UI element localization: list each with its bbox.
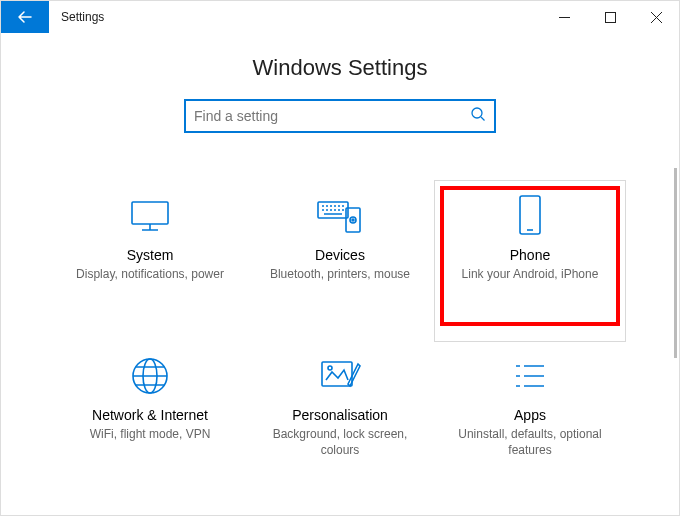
tile-title: Personalisation xyxy=(255,407,425,423)
devices-icon xyxy=(255,193,425,239)
svg-rect-0 xyxy=(605,12,615,22)
tile-personalisation[interactable]: Personalisation Background, lock screen,… xyxy=(245,341,435,501)
tile-system[interactable]: System Display, notifications, power xyxy=(55,181,245,341)
svg-rect-2 xyxy=(132,202,168,224)
minimize-icon xyxy=(559,12,570,23)
settings-grid: System Display, notifications, power Dev… xyxy=(1,181,679,501)
minimize-button[interactable] xyxy=(541,1,587,33)
window-controls xyxy=(541,1,679,33)
search-input[interactable] xyxy=(194,108,470,124)
search-icon xyxy=(470,106,486,126)
search-box[interactable] xyxy=(184,99,496,133)
apps-icon xyxy=(445,353,615,399)
back-arrow-icon xyxy=(16,8,34,26)
tile-desc: Background, lock screen, colours xyxy=(255,426,425,458)
tile-apps[interactable]: Apps Uninstall, defaults, optional featu… xyxy=(435,341,625,501)
tile-desc: Uninstall, defaults, optional features xyxy=(445,426,615,458)
tile-title: Network & Internet xyxy=(65,407,235,423)
scrollbar[interactable] xyxy=(674,168,677,358)
tile-desc: Bluetooth, printers, mouse xyxy=(255,266,425,282)
page-heading: Windows Settings xyxy=(1,55,679,81)
tile-desc: Link your Android, iPhone xyxy=(445,266,615,282)
svg-rect-7 xyxy=(520,196,540,234)
svg-rect-10 xyxy=(322,362,352,386)
titlebar: Settings xyxy=(1,1,679,33)
tile-desc: Display, notifications, power xyxy=(65,266,235,282)
tile-title: System xyxy=(65,247,235,263)
svg-point-5 xyxy=(350,217,356,223)
window-title: Settings xyxy=(49,1,104,33)
phone-icon xyxy=(445,193,615,239)
system-icon xyxy=(65,193,235,239)
content-area: Windows Settings System Display, notific… xyxy=(1,33,679,515)
network-icon xyxy=(65,353,235,399)
svg-point-1 xyxy=(472,108,482,118)
search-container xyxy=(1,99,679,133)
maximize-button[interactable] xyxy=(587,1,633,33)
tile-network[interactable]: Network & Internet WiFi, flight mode, VP… xyxy=(55,341,245,501)
tile-title: Devices xyxy=(255,247,425,263)
maximize-icon xyxy=(605,12,616,23)
svg-point-11 xyxy=(328,366,332,370)
close-icon xyxy=(651,12,662,23)
svg-point-6 xyxy=(352,219,354,221)
tile-devices[interactable]: Devices Bluetooth, printers, mouse xyxy=(245,181,435,341)
tile-desc: WiFi, flight mode, VPN xyxy=(65,426,235,442)
tile-title: Phone xyxy=(445,247,615,263)
tile-phone[interactable]: Phone Link your Android, iPhone xyxy=(435,181,625,341)
close-button[interactable] xyxy=(633,1,679,33)
back-button[interactable] xyxy=(1,1,49,33)
tile-title: Apps xyxy=(445,407,615,423)
personalisation-icon xyxy=(255,353,425,399)
